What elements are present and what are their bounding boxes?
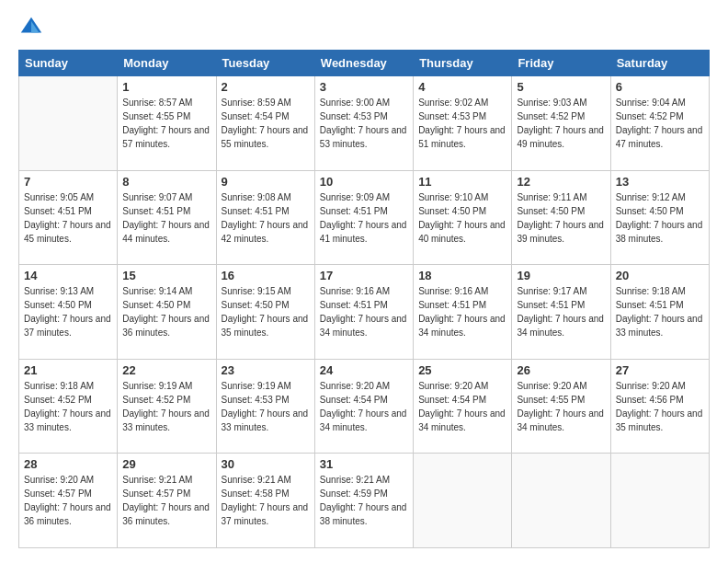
day-cell xyxy=(414,454,512,548)
day-cell: 29Sunrise: 9:21 AMSunset: 4:57 PMDayligh… xyxy=(118,454,216,548)
day-info: Sunrise: 9:18 AMSunset: 4:51 PMDaylight:… xyxy=(616,284,704,339)
page: SundayMondayTuesdayWednesdayThursdayFrid… xyxy=(0,0,728,563)
day-info: Sunrise: 9:02 AMSunset: 4:53 PMDaylight:… xyxy=(418,96,506,151)
day-cell: 12Sunrise: 9:11 AMSunset: 4:50 PMDayligh… xyxy=(512,170,610,265)
day-cell: 8Sunrise: 9:07 AMSunset: 4:51 PMDaylight… xyxy=(118,170,216,265)
day-number: 4 xyxy=(418,80,506,94)
day-cell: 23Sunrise: 9:19 AMSunset: 4:53 PMDayligh… xyxy=(216,359,314,454)
day-info: Sunrise: 9:20 AMSunset: 4:57 PMDaylight:… xyxy=(24,473,112,528)
day-cell: 13Sunrise: 9:12 AMSunset: 4:50 PMDayligh… xyxy=(610,170,709,265)
day-number: 13 xyxy=(616,175,704,189)
day-cell: 3Sunrise: 9:00 AMSunset: 4:53 PMDaylight… xyxy=(314,76,413,171)
day-info: Sunrise: 9:21 AMSunset: 4:57 PMDaylight:… xyxy=(122,473,210,528)
day-number: 15 xyxy=(122,269,210,282)
day-number: 21 xyxy=(24,363,112,377)
logo-icon xyxy=(18,15,44,40)
day-cell: 1Sunrise: 8:57 AMSunset: 4:55 PMDaylight… xyxy=(118,76,216,171)
weekday-header-row: SundayMondayTuesdayWednesdayThursdayFrid… xyxy=(19,51,710,76)
day-cell: 5Sunrise: 9:03 AMSunset: 4:52 PMDaylight… xyxy=(512,76,610,171)
day-number: 20 xyxy=(616,269,704,282)
day-number: 6 xyxy=(616,80,704,94)
day-number: 25 xyxy=(418,363,506,377)
day-number: 8 xyxy=(122,175,210,189)
day-cell: 22Sunrise: 9:19 AMSunset: 4:52 PMDayligh… xyxy=(118,359,216,454)
day-number: 22 xyxy=(122,363,210,377)
day-info: Sunrise: 9:16 AMSunset: 4:51 PMDaylight:… xyxy=(418,284,506,339)
day-info: Sunrise: 9:20 AMSunset: 4:54 PMDaylight:… xyxy=(418,379,506,434)
day-info: Sunrise: 8:59 AMSunset: 4:54 PMDaylight:… xyxy=(222,96,310,151)
day-info: Sunrise: 9:14 AMSunset: 4:50 PMDaylight:… xyxy=(122,284,210,339)
day-cell: 17Sunrise: 9:16 AMSunset: 4:51 PMDayligh… xyxy=(314,265,413,360)
day-info: Sunrise: 9:20 AMSunset: 4:56 PMDaylight:… xyxy=(616,379,704,434)
day-cell: 15Sunrise: 9:14 AMSunset: 4:50 PMDayligh… xyxy=(118,265,216,360)
day-info: Sunrise: 9:05 AMSunset: 4:51 PMDaylight:… xyxy=(24,190,112,246)
day-number: 31 xyxy=(320,457,408,471)
day-info: Sunrise: 9:19 AMSunset: 4:52 PMDaylight:… xyxy=(122,379,210,434)
day-info: Sunrise: 9:07 AMSunset: 4:51 PMDaylight:… xyxy=(122,190,210,246)
day-info: Sunrise: 9:11 AMSunset: 4:50 PMDaylight:… xyxy=(517,190,605,246)
day-cell: 16Sunrise: 9:15 AMSunset: 4:50 PMDayligh… xyxy=(216,265,314,360)
day-info: Sunrise: 9:16 AMSunset: 4:51 PMDaylight:… xyxy=(320,284,408,339)
header xyxy=(18,15,710,40)
day-number: 5 xyxy=(517,80,605,94)
day-info: Sunrise: 9:04 AMSunset: 4:52 PMDaylight:… xyxy=(616,96,704,151)
day-info: Sunrise: 9:10 AMSunset: 4:50 PMDaylight:… xyxy=(418,190,506,246)
day-number: 17 xyxy=(320,269,408,282)
day-cell: 9Sunrise: 9:08 AMSunset: 4:51 PMDaylight… xyxy=(216,170,314,265)
day-cell: 4Sunrise: 9:02 AMSunset: 4:53 PMDaylight… xyxy=(414,76,512,171)
day-cell: 24Sunrise: 9:20 AMSunset: 4:54 PMDayligh… xyxy=(314,359,413,454)
day-info: Sunrise: 9:13 AMSunset: 4:50 PMDaylight:… xyxy=(24,284,112,339)
day-number: 3 xyxy=(320,80,408,94)
day-info: Sunrise: 9:19 AMSunset: 4:53 PMDaylight:… xyxy=(222,379,310,434)
day-cell xyxy=(610,454,709,548)
day-number: 2 xyxy=(222,80,310,94)
day-number: 9 xyxy=(222,175,310,189)
day-number: 10 xyxy=(320,175,408,189)
day-number: 12 xyxy=(517,175,605,189)
logo xyxy=(18,15,48,40)
day-cell: 20Sunrise: 9:18 AMSunset: 4:51 PMDayligh… xyxy=(610,265,709,360)
weekday-friday: Friday xyxy=(512,51,610,76)
day-cell: 25Sunrise: 9:20 AMSunset: 4:54 PMDayligh… xyxy=(414,359,512,454)
day-number: 1 xyxy=(122,80,210,94)
day-info: Sunrise: 8:57 AMSunset: 4:55 PMDaylight:… xyxy=(122,96,210,151)
day-info: Sunrise: 9:21 AMSunset: 4:59 PMDaylight:… xyxy=(320,473,408,528)
day-info: Sunrise: 9:09 AMSunset: 4:51 PMDaylight:… xyxy=(320,190,408,246)
day-number: 27 xyxy=(616,363,704,377)
day-cell: 6Sunrise: 9:04 AMSunset: 4:52 PMDaylight… xyxy=(610,76,709,171)
day-cell: 27Sunrise: 9:20 AMSunset: 4:56 PMDayligh… xyxy=(610,359,709,454)
day-number: 14 xyxy=(24,269,112,282)
day-info: Sunrise: 9:20 AMSunset: 4:54 PMDaylight:… xyxy=(320,379,408,434)
week-row-2: 7Sunrise: 9:05 AMSunset: 4:51 PMDaylight… xyxy=(19,170,710,265)
day-info: Sunrise: 9:17 AMSunset: 4:51 PMDaylight:… xyxy=(517,284,605,339)
day-number: 18 xyxy=(418,269,506,282)
day-number: 11 xyxy=(418,175,506,189)
day-cell: 21Sunrise: 9:18 AMSunset: 4:52 PMDayligh… xyxy=(19,359,118,454)
week-row-4: 21Sunrise: 9:18 AMSunset: 4:52 PMDayligh… xyxy=(19,359,710,454)
day-number: 16 xyxy=(222,269,310,282)
day-number: 23 xyxy=(222,363,310,377)
weekday-sunday: Sunday xyxy=(19,51,118,76)
day-cell: 26Sunrise: 9:20 AMSunset: 4:55 PMDayligh… xyxy=(512,359,610,454)
day-cell: 14Sunrise: 9:13 AMSunset: 4:50 PMDayligh… xyxy=(19,265,118,360)
day-number: 28 xyxy=(24,457,112,471)
day-cell: 18Sunrise: 9:16 AMSunset: 4:51 PMDayligh… xyxy=(414,265,512,360)
day-info: Sunrise: 9:00 AMSunset: 4:53 PMDaylight:… xyxy=(320,96,408,151)
week-row-3: 14Sunrise: 9:13 AMSunset: 4:50 PMDayligh… xyxy=(19,265,710,360)
day-number: 26 xyxy=(517,363,605,377)
day-info: Sunrise: 9:12 AMSunset: 4:50 PMDaylight:… xyxy=(616,190,704,246)
day-cell: 7Sunrise: 9:05 AMSunset: 4:51 PMDaylight… xyxy=(19,170,118,265)
day-cell: 11Sunrise: 9:10 AMSunset: 4:50 PMDayligh… xyxy=(414,170,512,265)
day-number: 7 xyxy=(24,175,112,189)
day-number: 24 xyxy=(320,363,408,377)
day-info: Sunrise: 9:20 AMSunset: 4:55 PMDaylight:… xyxy=(517,379,605,434)
weekday-monday: Monday xyxy=(118,51,216,76)
day-cell xyxy=(512,454,610,548)
week-row-1: 1Sunrise: 8:57 AMSunset: 4:55 PMDaylight… xyxy=(19,76,710,171)
day-cell: 19Sunrise: 9:17 AMSunset: 4:51 PMDayligh… xyxy=(512,265,610,360)
weekday-tuesday: Tuesday xyxy=(216,51,314,76)
day-cell: 10Sunrise: 9:09 AMSunset: 4:51 PMDayligh… xyxy=(314,170,413,265)
day-cell: 2Sunrise: 8:59 AMSunset: 4:54 PMDaylight… xyxy=(216,76,314,171)
day-cell xyxy=(19,76,118,171)
day-cell: 28Sunrise: 9:20 AMSunset: 4:57 PMDayligh… xyxy=(19,454,118,548)
